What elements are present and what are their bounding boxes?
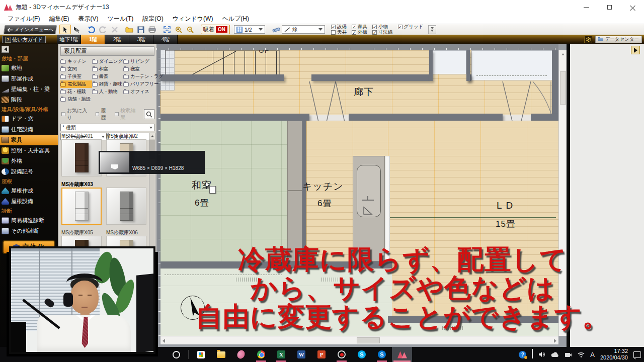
favorites-filter[interactable]: お気に入り [61,107,91,121]
category-barrierfree[interactable]: バリアフリー [123,80,155,88]
taskbar-powerpoint[interactable]: P [311,347,332,362]
menu-help[interactable]: ヘルプ(H) [217,15,254,23]
taskbar-word[interactable]: W [291,347,311,362]
toggle-kagu[interactable]: ✓家具 [352,24,367,29]
tab-floor3[interactable]: 3階 [129,35,153,44]
toggle-komono[interactable]: ✓小物 [372,24,393,29]
tab-floor4[interactable]: 4階 [153,35,178,44]
category-living[interactable]: リビング [123,58,155,65]
toggle-sunpousen[interactable]: ✓寸法線 [372,30,393,35]
close-button[interactable] [621,0,644,14]
toggle-grid[interactable]: ✓グリッド [398,24,424,29]
ime-indicator[interactable]: A [590,351,595,358]
sidebar-item-yanesetsubi[interactable]: 屋根設備 [0,196,58,207]
category-shinshitsu[interactable]: 寝室 [123,65,155,73]
category-hana[interactable]: 花・植栽 [60,88,92,96]
category-kodomo[interactable]: 子供室 [60,73,92,80]
sidebar-item-kagu[interactable]: 家具 [0,135,58,145]
search-button[interactable] [144,109,154,119]
menu-view[interactable]: 表示(V) [73,15,103,23]
delete-button[interactable] [109,25,120,34]
sidebar-item-gaikou[interactable]: 外構 [0,156,58,166]
usage-guide-button[interactable]: ? 使い方ガイド [2,36,46,43]
kind-dropdown[interactable]: * 種類 [60,124,154,131]
sidebar-item-shomei[interactable]: 照明・天井器具 [0,145,58,156]
tab-basement1[interactable]: 地下1階 [57,35,81,44]
save-button[interactable] [135,25,146,34]
taskbar-clock[interactable]: 17:32 2020/04/30 [600,348,628,361]
select-tool-button[interactable] [59,25,71,34]
category-kitchen[interactable]: キッチン [60,58,92,65]
redo-button[interactable] [97,25,109,34]
hidden-icons-chevron[interactable] [532,350,533,359]
category-curtain[interactable]: カーテン・ラグ [123,73,155,80]
menu-edit[interactable]: 編集(E) [44,15,73,23]
menu-file[interactable]: ファイル(F) [3,15,44,23]
furniture-item-x01[interactable]: MS冷蔵庫X01 [61,133,104,176]
line-style-dropdown[interactable]: 線 [282,25,325,34]
taskbar-chrome[interactable] [251,347,271,362]
taskbar-paint-app[interactable] [231,347,251,362]
camera-icon[interactable] [565,352,572,357]
category-office[interactable]: オフィス [123,88,155,96]
history-filter[interactable]: 履歴 [96,107,111,121]
toggle-tenjou[interactable]: 天井 [331,30,347,35]
scroll-right-icon[interactable] [554,339,556,343]
toggle-setsubi[interactable]: ✓設備 [331,24,347,29]
tab-floor1[interactable]: 1階 [81,35,105,44]
horizontal-scroll-thumb[interactable] [357,337,380,343]
maximize-button[interactable] [598,0,621,14]
furniture-item-x03[interactable]: MS冷蔵庫X03 [61,181,104,225]
zoom-in-button[interactable] [173,25,184,34]
category-genkan[interactable]: 玄関 [60,65,92,73]
taskbar-excel[interactable]: X [271,347,291,362]
sidebar-item-shikichi[interactable]: 敷地 [0,63,58,73]
print-button[interactable] [146,25,158,34]
undo-button[interactable] [86,25,97,34]
category-zakka[interactable]: 雑貨・趣味 [92,80,124,88]
onedrive-icon[interactable] [551,352,559,357]
sidebar-item-yanesakusei[interactable]: 屋根作成 [0,186,58,196]
open-file-button[interactable] [123,25,135,34]
sidebar-item-doamado[interactable]: ドア・窓 [0,114,58,124]
zoom-out-button[interactable] [184,25,196,34]
category-shosai[interactable]: 書斎 [92,73,124,80]
fit-view-button[interactable] [161,25,173,34]
scroll-up-icon[interactable] [149,133,155,139]
main-menu-button[interactable]: メインメニューへ [4,25,57,34]
taskbar-recorder[interactable] [332,347,352,362]
category-dining[interactable]: ダイニング [92,58,124,65]
taskbar-skype-alt[interactable]: S [372,347,392,362]
toolbar-expand-button[interactable] [428,25,436,34]
sidebar-collapse-button[interactable] [2,46,9,53]
taskbar-cortana[interactable] [166,347,186,362]
sidebar-item-sonotashindan[interactable]: その他診断 [0,226,58,236]
settings-gear-button[interactable] [584,36,592,43]
furniture-item-x04[interactable] [106,181,148,225]
snap-toggle-button[interactable]: 吸着 ON [201,25,230,34]
category-hito[interactable]: 人・動物 [92,88,124,96]
sidebar-item-kaidan[interactable]: 階段 [0,95,58,105]
menu-window[interactable]: ウィンドウ(W) [168,15,218,23]
help-tray-icon[interactable]: ? [519,351,526,358]
measure-tool-button[interactable] [270,25,282,34]
taskbar-explorer[interactable] [211,347,231,362]
sidebar-item-setsubikigo[interactable]: 設備記号 [0,166,58,177]
menu-settings[interactable]: 設定(O) [138,15,168,23]
category-denka[interactable]: 電化製品 [60,80,92,88]
taskbar-myhome-designer[interactable] [392,347,412,362]
sidebar-item-kabehenshu[interactable]: 壁編集・柱・梁 [0,84,58,95]
taskbar-skype[interactable]: S [352,347,372,362]
panel-expand-button[interactable] [631,46,640,54]
menu-tools[interactable]: ツール(T) [103,15,138,23]
datacenter-button[interactable]: データセンター [595,36,642,43]
sidebar-item-kanishindan[interactable]: 簡易構造診断 [0,215,58,226]
category-washitsu[interactable]: 和室 [92,65,124,73]
vertical-scroll-thumb[interactable] [560,71,566,105]
category-tenpo[interactable]: 店舗・施設 [60,96,92,103]
multi-select-tool-button[interactable] [71,25,83,34]
action-center-icon[interactable] [633,351,641,358]
grid-scale-dropdown[interactable]: 1/2 [234,25,265,34]
sidebar-item-heyasakusei[interactable]: 部屋作成 [0,73,58,84]
sidebar-item-jutakusetsubi[interactable]: 住宅設備 [0,124,58,135]
